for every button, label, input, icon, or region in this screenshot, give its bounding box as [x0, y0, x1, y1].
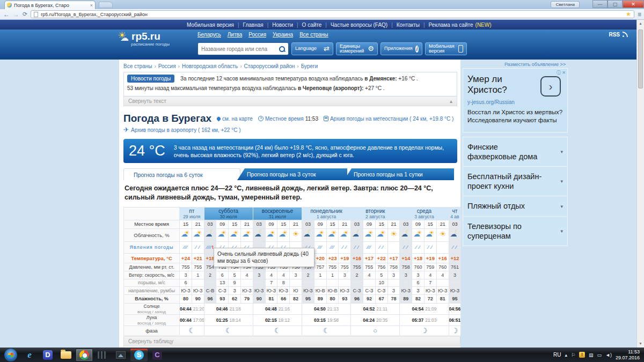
ad-url[interactable]: y-jesus.org/Russian [467, 99, 563, 105]
top-nav-link[interactable]: Новости [272, 22, 293, 28]
volume-icon[interactable]: ◄) [605, 352, 612, 358]
moon-phase-cell: ☾ [204, 326, 253, 335]
forward-icon[interactable]: → [13, 11, 19, 18]
network-icon[interactable]: ▭ [597, 352, 602, 358]
internet-explorer-icon[interactable]: e [21, 349, 38, 361]
mobile-version-button[interactable]: Мобильная версия [425, 42, 467, 55]
search-input[interactable] [201, 46, 279, 52]
tab-close-icon[interactable]: × [90, 3, 93, 8]
close-button[interactable]: ✕ [623, 0, 644, 8]
scroll-down-icon[interactable]: ▼ [637, 340, 644, 348]
back-icon[interactable]: ← [3, 11, 10, 18]
precipitation-cell: ⁄ ⁄ [351, 241, 363, 253]
breadcrumb-link[interactable]: Старорусский район [244, 63, 295, 69]
explorer-icon[interactable] [57, 349, 75, 361]
tab-title: Погода в Бурегах, Старо [14, 3, 88, 8]
cloudiness-cell: ☀☁ [241, 228, 253, 241]
row-label: Температура, °C [124, 253, 180, 263]
sidebar-text-ad[interactable]: Телевизоры по суперценам▾ [463, 217, 567, 246]
pressure-cell: 755 [326, 263, 339, 271]
top-nav-link[interactable]: Мобильная версия [187, 22, 234, 28]
country-link[interactable]: Все страны [299, 32, 328, 38]
start-orb[interactable] [4, 349, 17, 361]
country-link[interactable]: Украина [273, 32, 293, 38]
precipitation-cell: ⁄ ⁄ [412, 241, 425, 253]
country-link[interactable]: Беларусь [197, 32, 221, 38]
weather-icon: ☾☁ [400, 231, 411, 239]
breadcrumb-link[interactable]: Буреги [301, 63, 318, 69]
forecast-tab[interactable]: Прогноз погоды на 6 суток [123, 168, 240, 180]
day-header[interactable]: чт4 ав [449, 207, 461, 220]
new-tab-button[interactable] [99, 2, 113, 8]
tray-expand-icon[interactable]: ▴ [565, 352, 567, 358]
action-center-flag-icon[interactable]: ⚐ [571, 352, 575, 358]
day-header[interactable]: воскресенье31 июля [253, 207, 302, 220]
url-text[interactable]: rp5.ru/Погода_в_Бурегах,_Старорусский_ра… [41, 12, 623, 17]
adchoices-icon[interactable]: ⓘ ✕ [557, 70, 566, 76]
collapse-text-bar[interactable]: Свернуть текст ▴ [123, 97, 457, 106]
sidebar-text-ad[interactable]: Финские фахверковые дома▾ [463, 137, 567, 167]
bookmark-star-icon[interactable]: ★ [626, 11, 631, 18]
language-indicator[interactable]: RU [553, 352, 561, 358]
rss-link[interactable]: RSS [609, 32, 628, 38]
scrollbar-thumb[interactable] [638, 29, 643, 88]
search-icon[interactable] [279, 46, 285, 52]
moon-phase-cell: ☾ [253, 326, 302, 335]
page-scrollbar[interactable]: ▲ ▼ [636, 20, 644, 348]
sidebar-text-ad[interactable]: Пляжный отдых▾ [463, 196, 567, 216]
collapse-table-bar[interactable]: Свернуть таблицу [123, 336, 460, 346]
site-logo[interactable]: ☀☁ rp5.ru расписание погоды [116, 31, 180, 47]
top-nav-link[interactable]: Реклама на сайте [429, 22, 473, 28]
day-header[interactable]: вторник2 августа [351, 207, 400, 220]
sidebar-main-ad[interactable]: ⓘ ✕ Умер ли Христос? › y-jesus.org/Russi… [463, 68, 568, 132]
day-header[interactable]: среда3 августа [400, 207, 449, 220]
map-link[interactable]: см. на карте [217, 116, 253, 122]
temperature-cell: +14 [400, 253, 412, 263]
profile-chip[interactable]: Светлана [551, 1, 580, 8]
sunrise-sunset-cell: 04:56 [449, 303, 461, 314]
top-nav-link[interactable]: Главная [243, 22, 264, 28]
cloud-glyph: ☁ [401, 230, 408, 238]
day-header[interactable]: суббота30 июля [204, 207, 253, 220]
chrome-icon[interactable] [76, 349, 93, 361]
wind-direction-cell: Ю-З [277, 286, 290, 294]
top-nav-link[interactable]: Частые вопросы (FAQ) [331, 22, 387, 28]
language-button[interactable]: Language⇄ [291, 42, 333, 55]
cloud-glyph: ☁ [193, 230, 200, 238]
photo-app-icon[interactable] [112, 349, 129, 361]
breadcrumb-link[interactable]: Россия [158, 63, 176, 69]
ad-arrow-button[interactable]: › [540, 76, 561, 97]
url-bar[interactable]: rp5.ru/Погода_в_Бурегах,_Старорусский_ра… [31, 10, 634, 18]
day-header[interactable]: пт29 июля [180, 207, 204, 220]
station-archive-link[interactable]: Архив погоды на метеостанции ( 24 км, +1… [324, 116, 453, 122]
media-player-icon[interactable] [94, 349, 111, 361]
day-header[interactable]: понедельник1 августа [302, 207, 351, 220]
sidebar-text-ad[interactable]: Бесплатный дизайн-проект кухни▾ [463, 167, 567, 196]
forecast-tab[interactable]: Прогноз погоды на 3 суток [237, 168, 347, 180]
airport-archive-link[interactable]: Архив погоды в аэропорту ( 162 км, +22 °… [131, 127, 240, 133]
browser-tab[interactable]: Погода в Бурегах, Старо × [4, 1, 96, 9]
apps-button[interactable]: Приложенияi [380, 42, 422, 55]
maximize-button[interactable]: ▢ [608, 0, 623, 8]
d-app-icon[interactable]: D [39, 349, 56, 361]
units-button[interactable]: Единицы измерений⚙ [336, 42, 378, 55]
place-ad-link-sidebar[interactable]: Разместить объявление >> [463, 62, 566, 67]
bittorrent-icon[interactable]: C [149, 349, 166, 361]
scroll-up-icon[interactable]: ▲ [637, 20, 644, 27]
top-nav-link[interactable]: Контакты [397, 22, 420, 28]
tray-clock[interactable]: 11:5329.07.2016 [616, 349, 640, 361]
search-box[interactable] [197, 42, 289, 55]
skype-icon[interactable]: S [130, 349, 148, 361]
security-warning-icon[interactable]: ! [579, 352, 585, 358]
country-link[interactable]: Россия [248, 32, 266, 38]
breadcrumb-link[interactable]: Все страны [123, 63, 152, 69]
minimize-button[interactable]: — [592, 0, 608, 8]
country-link[interactable]: Литва [228, 32, 243, 38]
document-tray-icon[interactable]: ▤ [589, 352, 594, 358]
reload-icon[interactable]: ⟳ [23, 11, 27, 18]
forecast-tab[interactable]: Прогноз погоды на 1 сутки [344, 168, 454, 180]
translate-icon: ⇄ [324, 45, 330, 53]
chrome-menu-icon[interactable]: ≡ [638, 11, 641, 18]
breadcrumb-link[interactable]: Новгородская область [182, 63, 238, 69]
top-nav-link[interactable]: О сайте [302, 22, 322, 28]
